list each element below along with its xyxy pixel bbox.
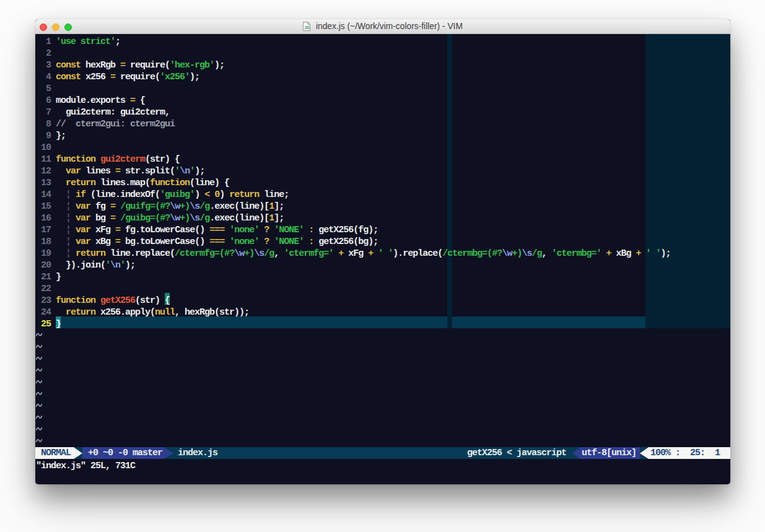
svg-text:JS: JS — [304, 25, 310, 30]
